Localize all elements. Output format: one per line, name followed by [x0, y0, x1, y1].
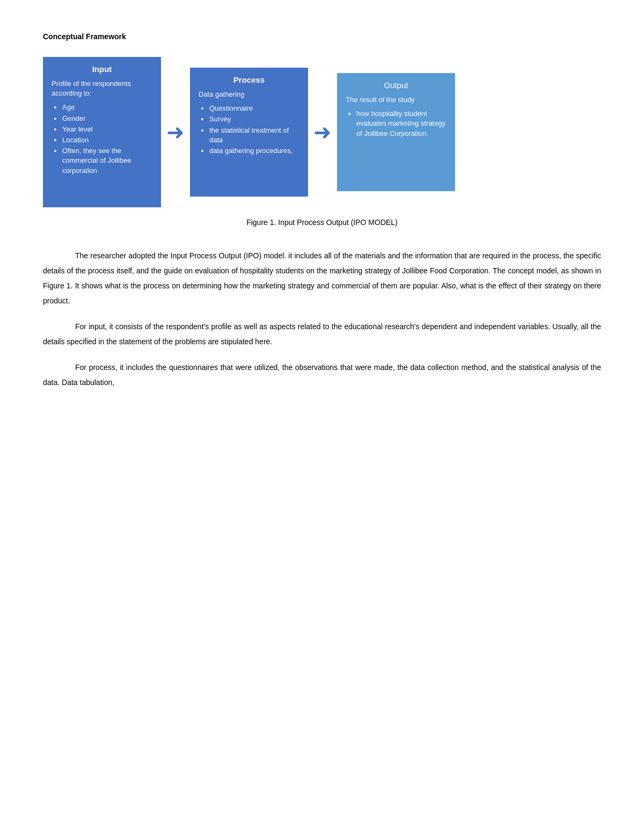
paragraph-3: For process, it includes the questionnai… — [43, 360, 601, 390]
input-intro: Profile of the respondents according to: — [52, 79, 152, 98]
output-title: Output — [346, 81, 447, 90]
list-item: how hospitality student evaluates market… — [356, 109, 447, 139]
output-list: how hospitality student evaluates market… — [346, 109, 447, 139]
process-title: Process — [199, 75, 299, 84]
process-intro: Data gathering — [199, 90, 299, 99]
list-item: data gathering procedures, — [209, 146, 299, 156]
paragraph-2: For input, it consists of the respondent… — [43, 319, 601, 349]
output-intro: The result of the study — [346, 95, 447, 105]
paragraph-1: The researcher adopted the Input Process… — [43, 248, 601, 308]
arrow-2: ➜ — [313, 121, 332, 143]
process-box: Process Data gathering Questionnaire Sur… — [190, 68, 308, 197]
list-item: the statistical treatment of data — [209, 126, 299, 145]
figure-caption: Figure 1. Input Process Output (IPO MODE… — [43, 218, 601, 227]
arrow-1: ➜ — [166, 121, 185, 143]
list-item: Questionnaire — [209, 104, 299, 113]
list-item: Location — [62, 135, 152, 145]
process-list: Questionnaire Survey the statistical tre… — [199, 104, 299, 156]
ipo-diagram: Input Profile of the respondents accordi… — [43, 57, 601, 207]
input-title: Input — [52, 64, 152, 74]
list-item: Age — [62, 103, 152, 112]
input-box: Input Profile of the respondents accordi… — [43, 57, 161, 207]
list-item: Year level — [62, 125, 152, 134]
list-item: Gender — [62, 114, 152, 124]
input-list: Age Gender Year level Location Often, th… — [52, 103, 152, 175]
output-box: Output The result of the study how hospi… — [337, 73, 455, 191]
list-item: Survey — [209, 114, 299, 124]
section-title: Conceptual Framework — [43, 32, 601, 41]
list-item: Often, they see the commercial of Jollib… — [62, 146, 152, 176]
